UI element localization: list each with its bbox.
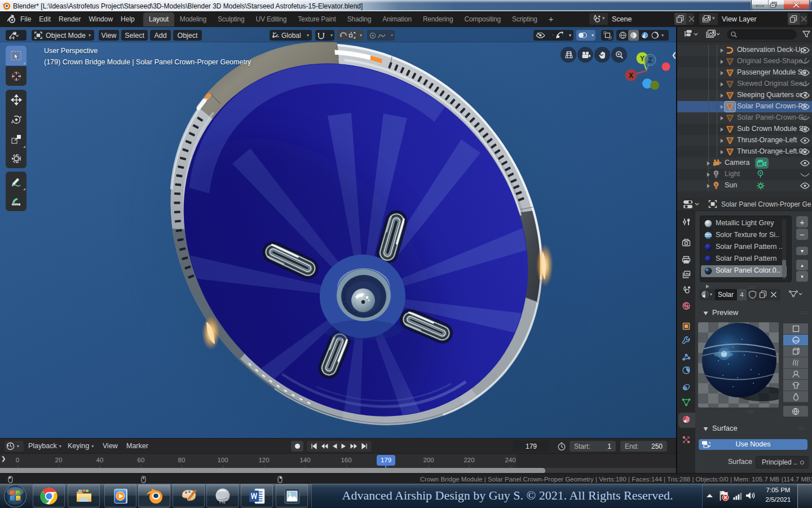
svg-text:Pro: Pro	[219, 500, 226, 504]
svg-text:Y: Y	[640, 55, 645, 63]
svg-text:X: X	[629, 72, 633, 80]
svg-text:Z: Z	[648, 56, 652, 64]
